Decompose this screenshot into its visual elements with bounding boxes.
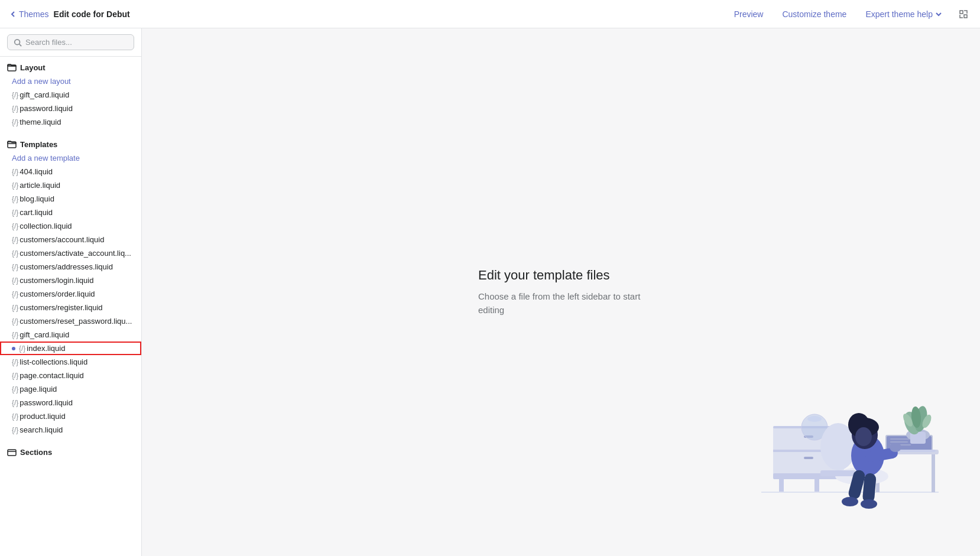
svg-rect-18 <box>932 454 935 492</box>
templates-section-header[interactable]: Templates <box>0 134 141 151</box>
list-item[interactable]: {/}search.liquid <box>0 423 141 437</box>
search-bar <box>0 28 141 57</box>
list-item[interactable]: {/}blog.liquid <box>0 192 141 206</box>
list-item[interactable]: {/}page.contact.liquid <box>0 369 141 382</box>
layout-label: Layout <box>20 63 46 72</box>
sidebar: Layout Add a new layout {/} gift_card.li… <box>0 28 142 556</box>
page-title: Edit code for Debut <box>54 9 130 19</box>
svg-rect-13 <box>779 478 784 492</box>
list-item[interactable]: {/}customers/activate_account.liq... <box>0 246 141 260</box>
list-item[interactable]: {/}page.liquid <box>0 382 141 396</box>
active-file-item[interactable]: {/} index.liquid <box>0 342 141 355</box>
content-area: Edit your template files Choose a file f… <box>142 28 980 556</box>
layout-section-header[interactable]: Layout <box>0 57 141 74</box>
edit-prompt: Edit your template files Choose a file f… <box>455 244 667 340</box>
nav-right: Preview Customize theme Expert theme hel… <box>729 7 971 21</box>
active-dot <box>12 347 15 350</box>
list-item[interactable]: {/}customers/register.liquid <box>0 301 141 314</box>
expert-theme-help-button[interactable]: Expert theme help <box>861 7 947 21</box>
illustration <box>755 331 945 521</box>
templates-folder-icon <box>7 139 17 149</box>
list-item[interactable]: {/}cart.liquid <box>0 206 141 219</box>
list-item[interactable]: {/} password.liquid <box>0 102 141 115</box>
svg-rect-0 <box>960 11 963 14</box>
list-item[interactable]: {/}password.liquid <box>0 396 141 409</box>
svg-rect-36 <box>820 470 856 476</box>
svg-point-2 <box>15 39 20 44</box>
preview-button[interactable]: Preview <box>729 7 768 21</box>
expand-button[interactable] <box>956 7 971 21</box>
templates-label: Templates <box>20 140 57 149</box>
illustration-svg <box>755 331 945 521</box>
list-item[interactable]: {/}customers/addresses.liquid <box>0 260 141 274</box>
svg-line-3 <box>20 44 22 46</box>
sections-folder-icon <box>7 447 17 457</box>
list-item[interactable]: {/}list-collections.liquid <box>0 355 141 369</box>
svg-point-43 <box>890 443 901 452</box>
search-input[interactable] <box>25 38 128 47</box>
main-layout: Layout Add a new layout {/} gift_card.li… <box>0 28 980 556</box>
svg-point-33 <box>807 416 822 422</box>
list-item[interactable]: {/}gift_card.liquid <box>0 328 141 342</box>
svg-rect-6 <box>8 450 16 456</box>
svg-rect-14 <box>814 478 819 492</box>
list-item[interactable]: {/}404.liquid <box>0 165 141 178</box>
add-layout-link[interactable]: Add a new layout <box>0 74 141 88</box>
list-item[interactable]: {/}customers/login.liquid <box>0 274 141 287</box>
svg-rect-12 <box>804 457 813 459</box>
sections-section-header[interactable]: Sections <box>0 441 141 459</box>
svg-point-41 <box>861 499 877 509</box>
search-icon <box>14 38 22 47</box>
svg-point-47 <box>855 427 872 446</box>
nav-left: Themes Edit code for Debut <box>9 9 130 19</box>
svg-rect-1 <box>964 15 967 18</box>
back-label: Themes <box>19 9 49 19</box>
content-subheading: Choose a file from the left sidebar to s… <box>478 290 644 317</box>
list-item[interactable]: {/} theme.liquid <box>0 115 141 129</box>
list-item[interactable]: {/} gift_card.liquid <box>0 88 141 102</box>
list-item[interactable]: {/}product.liquid <box>0 409 141 423</box>
add-template-link[interactable]: Add a new template <box>0 151 141 165</box>
back-to-themes[interactable]: Themes <box>9 9 49 19</box>
list-item[interactable]: {/}article.liquid <box>0 178 141 192</box>
customize-theme-button[interactable]: Customize theme <box>777 7 851 21</box>
top-navigation: Themes Edit code for Debut Preview Custo… <box>0 0 980 28</box>
search-input-wrap <box>7 34 134 50</box>
sidebar-scroll: Layout Add a new layout {/} gift_card.li… <box>0 57 141 556</box>
expert-label: Expert theme help <box>865 9 933 19</box>
active-file-name: index.liquid <box>27 344 65 353</box>
list-item[interactable]: {/}customers/account.liquid <box>0 233 141 246</box>
svg-rect-22 <box>890 441 908 443</box>
svg-point-40 <box>842 497 858 506</box>
list-item[interactable]: {/}collection.liquid <box>0 219 141 233</box>
list-item[interactable]: {/}customers/reset_password.liqu... <box>0 314 141 328</box>
list-item[interactable]: {/}customers/order.liquid <box>0 287 141 301</box>
layout-folder-icon <box>7 63 17 72</box>
content-heading: Edit your template files <box>478 268 644 283</box>
sections-label: Sections <box>20 448 52 457</box>
